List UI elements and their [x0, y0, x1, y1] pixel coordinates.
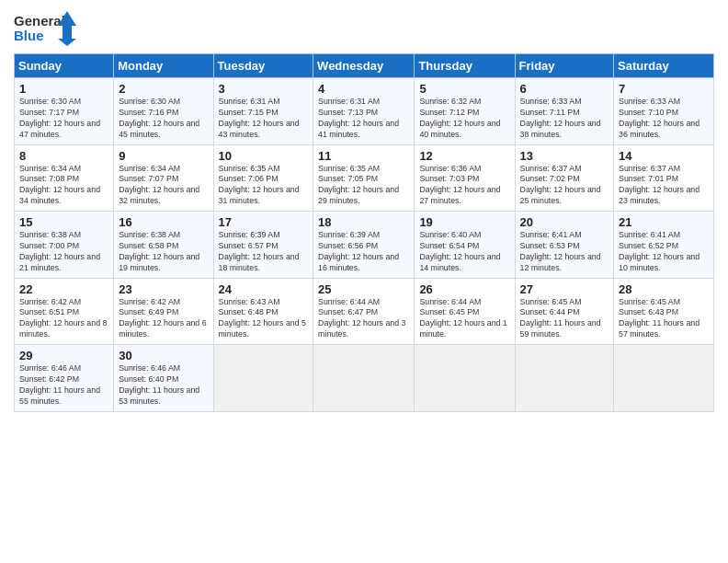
day-number: 28 — [619, 282, 709, 296]
day-number: 4 — [318, 82, 409, 96]
day-detail: Sunrise: 6:35 AMSunset: 7:06 PMDaylight:… — [219, 164, 309, 208]
day-detail: Sunrise: 6:45 AMSunset: 6:44 PMDaylight:… — [520, 297, 609, 341]
calendar-day-header: Wednesday — [313, 54, 415, 78]
calendar-cell: 8Sunrise: 6:34 AMSunset: 7:08 PMDaylight… — [15, 144, 114, 212]
calendar-cell: 2Sunrise: 6:30 AMSunset: 7:16 PMDaylight… — [114, 78, 213, 145]
day-number: 30 — [119, 349, 208, 362]
day-detail: Sunrise: 6:34 AMSunset: 7:08 PMDaylight:… — [19, 164, 108, 208]
calendar-week-row: 1Sunrise: 6:30 AMSunset: 7:17 PMDaylight… — [15, 78, 714, 145]
day-number: 16 — [119, 215, 208, 229]
day-number: 11 — [318, 149, 409, 163]
calendar-cell — [213, 345, 313, 412]
day-detail: Sunrise: 6:40 AMSunset: 6:54 PMDaylight:… — [419, 230, 509, 274]
calendar-week-row: 22Sunrise: 6:42 AMSunset: 6:51 PMDayligh… — [15, 278, 714, 345]
day-detail: Sunrise: 6:46 AMSunset: 6:40 PMDaylight:… — [119, 363, 208, 408]
calendar-week-row: 8Sunrise: 6:34 AMSunset: 7:08 PMDaylight… — [15, 144, 714, 212]
day-detail: Sunrise: 6:36 AMSunset: 7:03 PMDaylight:… — [419, 164, 509, 208]
calendar-cell: 5Sunrise: 6:32 AMSunset: 7:12 PMDaylight… — [415, 78, 515, 145]
day-number: 14 — [619, 149, 709, 163]
day-number: 26 — [419, 282, 509, 296]
calendar-cell: 12Sunrise: 6:36 AMSunset: 7:03 PMDayligh… — [415, 144, 515, 212]
calendar-cell: 1Sunrise: 6:30 AMSunset: 7:17 PMDaylight… — [15, 78, 114, 145]
day-detail: Sunrise: 6:37 AMSunset: 7:01 PMDaylight:… — [619, 164, 709, 208]
svg-text:Blue: Blue — [14, 28, 44, 43]
day-detail: Sunrise: 6:30 AMSunset: 7:16 PMDaylight:… — [119, 97, 208, 141]
day-detail: Sunrise: 6:45 AMSunset: 6:43 PMDaylight:… — [619, 297, 709, 341]
day-number: 29 — [19, 349, 108, 362]
calendar-cell: 10Sunrise: 6:35 AMSunset: 7:06 PMDayligh… — [213, 144, 313, 212]
day-number: 9 — [119, 149, 208, 163]
calendar-cell: 30Sunrise: 6:46 AMSunset: 6:40 PMDayligh… — [114, 345, 213, 412]
calendar-cell: 28Sunrise: 6:45 AMSunset: 6:43 PMDayligh… — [614, 278, 714, 345]
day-detail: Sunrise: 6:38 AMSunset: 7:00 PMDaylight:… — [19, 230, 108, 274]
day-detail: Sunrise: 6:31 AMSunset: 7:13 PMDaylight:… — [318, 97, 409, 141]
day-number: 23 — [119, 282, 208, 296]
page-header: GeneralBlue — [14, 9, 714, 46]
day-number: 3 — [219, 82, 309, 96]
calendar-cell: 25Sunrise: 6:44 AMSunset: 6:47 PMDayligh… — [313, 278, 415, 345]
day-number: 18 — [318, 215, 409, 229]
day-detail: Sunrise: 6:41 AMSunset: 6:52 PMDaylight:… — [619, 230, 709, 274]
day-detail: Sunrise: 6:44 AMSunset: 6:47 PMDaylight:… — [318, 297, 409, 341]
calendar-cell: 6Sunrise: 6:33 AMSunset: 7:11 PMDaylight… — [515, 78, 614, 145]
calendar-cell — [313, 345, 415, 412]
calendar-week-row: 29Sunrise: 6:46 AMSunset: 6:42 PMDayligh… — [15, 345, 714, 412]
day-detail: Sunrise: 6:35 AMSunset: 7:05 PMDaylight:… — [318, 164, 409, 208]
day-detail: Sunrise: 6:46 AMSunset: 6:42 PMDaylight:… — [19, 363, 108, 408]
calendar-day-header: Friday — [515, 54, 614, 78]
day-number: 25 — [318, 282, 409, 296]
calendar-day-header: Monday — [114, 54, 213, 78]
day-number: 12 — [419, 149, 509, 163]
calendar-day-header: Tuesday — [213, 54, 313, 78]
day-detail: Sunrise: 6:37 AMSunset: 7:02 PMDaylight:… — [520, 164, 609, 208]
day-number: 5 — [419, 82, 509, 96]
day-number: 19 — [419, 215, 509, 229]
logo-svg: GeneralBlue — [14, 9, 78, 46]
calendar-cell: 29Sunrise: 6:46 AMSunset: 6:42 PMDayligh… — [15, 345, 114, 412]
day-detail: Sunrise: 6:39 AMSunset: 6:56 PMDaylight:… — [318, 230, 409, 274]
logo: GeneralBlue — [14, 9, 78, 46]
day-number: 6 — [520, 82, 609, 96]
day-detail: Sunrise: 6:30 AMSunset: 7:17 PMDaylight:… — [19, 97, 108, 141]
day-detail: Sunrise: 6:44 AMSunset: 6:45 PMDaylight:… — [419, 297, 509, 341]
day-number: 21 — [619, 215, 709, 229]
calendar-cell: 4Sunrise: 6:31 AMSunset: 7:13 PMDaylight… — [313, 78, 415, 145]
day-number: 2 — [119, 82, 208, 96]
day-number: 8 — [19, 149, 108, 163]
calendar-cell: 3Sunrise: 6:31 AMSunset: 7:15 PMDaylight… — [213, 78, 313, 145]
calendar-cell: 27Sunrise: 6:45 AMSunset: 6:44 PMDayligh… — [515, 278, 614, 345]
day-detail: Sunrise: 6:38 AMSunset: 6:58 PMDaylight:… — [119, 230, 208, 274]
day-number: 17 — [219, 215, 309, 229]
calendar-cell: 17Sunrise: 6:39 AMSunset: 6:57 PMDayligh… — [213, 212, 313, 279]
day-detail: Sunrise: 6:41 AMSunset: 6:53 PMDaylight:… — [520, 230, 609, 274]
day-number: 13 — [520, 149, 609, 163]
calendar-cell — [415, 345, 515, 412]
day-detail: Sunrise: 6:39 AMSunset: 6:57 PMDaylight:… — [219, 230, 309, 274]
calendar-cell: 14Sunrise: 6:37 AMSunset: 7:01 PMDayligh… — [614, 144, 714, 212]
day-number: 7 — [619, 82, 709, 96]
day-detail: Sunrise: 6:32 AMSunset: 7:12 PMDaylight:… — [419, 97, 509, 141]
calendar-cell: 26Sunrise: 6:44 AMSunset: 6:45 PMDayligh… — [415, 278, 515, 345]
calendar-header-row: SundayMondayTuesdayWednesdayThursdayFrid… — [15, 54, 714, 78]
svg-text:General: General — [14, 13, 65, 29]
calendar-cell: 19Sunrise: 6:40 AMSunset: 6:54 PMDayligh… — [415, 212, 515, 279]
day-detail: Sunrise: 6:31 AMSunset: 7:15 PMDaylight:… — [219, 97, 309, 141]
calendar-cell: 18Sunrise: 6:39 AMSunset: 6:56 PMDayligh… — [313, 212, 415, 279]
day-detail: Sunrise: 6:33 AMSunset: 7:10 PMDaylight:… — [619, 97, 709, 141]
day-detail: Sunrise: 6:42 AMSunset: 6:49 PMDaylight:… — [119, 297, 208, 341]
day-number: 1 — [19, 82, 108, 96]
calendar-table: SundayMondayTuesdayWednesdayThursdayFrid… — [14, 53, 714, 412]
calendar-cell: 7Sunrise: 6:33 AMSunset: 7:10 PMDaylight… — [614, 78, 714, 145]
calendar-cell — [614, 345, 714, 412]
day-detail: Sunrise: 6:34 AMSunset: 7:07 PMDaylight:… — [119, 164, 208, 208]
calendar-cell: 13Sunrise: 6:37 AMSunset: 7:02 PMDayligh… — [515, 144, 614, 212]
day-detail: Sunrise: 6:43 AMSunset: 6:48 PMDaylight:… — [219, 297, 309, 341]
day-number: 15 — [19, 215, 108, 229]
day-number: 22 — [19, 282, 108, 296]
day-detail: Sunrise: 6:33 AMSunset: 7:11 PMDaylight:… — [520, 97, 609, 141]
calendar-cell: 21Sunrise: 6:41 AMSunset: 6:52 PMDayligh… — [614, 212, 714, 279]
calendar-cell: 16Sunrise: 6:38 AMSunset: 6:58 PMDayligh… — [114, 212, 213, 279]
calendar-cell: 22Sunrise: 6:42 AMSunset: 6:51 PMDayligh… — [15, 278, 114, 345]
calendar-cell — [515, 345, 614, 412]
calendar-cell: 20Sunrise: 6:41 AMSunset: 6:53 PMDayligh… — [515, 212, 614, 279]
